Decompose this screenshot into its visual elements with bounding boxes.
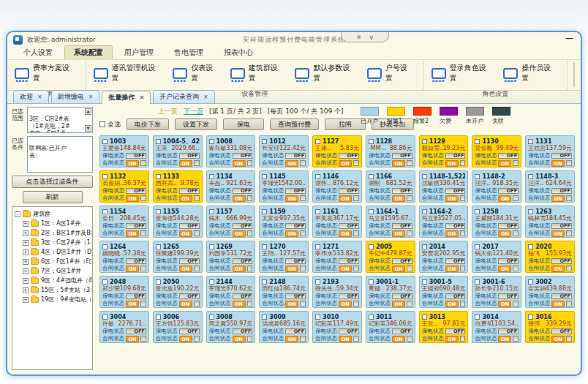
card-checkbox[interactable] xyxy=(262,209,267,214)
card-checkbox[interactable] xyxy=(369,139,374,144)
meter-card[interactable]: 1161 平美花 367.17元 保电状态 OFF 合闸状态 ON xyxy=(312,206,362,238)
menu-item[interactable]: 系统配置 xyxy=(64,45,113,59)
card-checkbox[interactable] xyxy=(528,174,533,179)
card-checkbox[interactable] xyxy=(369,244,374,249)
ribbon-button[interactable]: 默认参数设置 xyxy=(290,61,363,89)
card-checkbox[interactable] xyxy=(262,174,267,179)
action-button[interactable]: 查询预付费 xyxy=(270,118,319,130)
meter-card[interactable]: 3002 金芙娟 439.88元 保电状态 OFF 合闸状态 ON xyxy=(525,276,575,308)
card-checkbox[interactable] xyxy=(315,209,320,214)
refresh-button[interactable]: 刷新 xyxy=(23,191,83,203)
menu-item[interactable]: 售电管理 xyxy=(165,46,212,59)
card-checkbox[interactable] xyxy=(209,315,214,320)
ribbon-button[interactable]: 建筑群设置 xyxy=(226,61,291,89)
tree-node[interactable]: 6区：F区1#井（F区1#… xyxy=(15,257,91,266)
card-checkbox[interactable] xyxy=(209,209,214,214)
card-checkbox[interactable] xyxy=(262,139,267,144)
menu-item[interactable]: 用户管理 xyxy=(116,46,162,59)
ribbon-button[interactable]: 仪表设置 xyxy=(168,61,226,89)
card-checkbox[interactable] xyxy=(156,315,161,320)
meter-card[interactable]: 1164-2 马立新 3527.05.. 保电状态 OFF 合闸状态 ON xyxy=(419,206,469,238)
meter-card[interactable]: 1269 刘国争 531.72元 保电状态 OFF 合闸状态 ON xyxy=(206,241,256,273)
card-checkbox[interactable] xyxy=(475,174,480,179)
card-checkbox[interactable] xyxy=(262,315,267,320)
action-button[interactable]: 设置下发 xyxy=(175,118,217,130)
meter-card[interactable]: 3001-1 黄穗 238.37元 保电状态 OFF 合闸状态 ON xyxy=(366,276,415,308)
tab-close-icon[interactable]: × xyxy=(88,94,94,100)
tree-node[interactable]: 7区：G区1#井 xyxy=(15,266,91,276)
collapse-icon[interactable]: ∨ xyxy=(369,34,374,41)
meter-card[interactable]: 1012 长宝仔.. 122.42元 保电状态 OFF 合闸状态 ON xyxy=(259,135,309,167)
card-checkbox[interactable] xyxy=(262,244,267,249)
expand-node-icon[interactable] xyxy=(23,221,29,227)
meter-card[interactable]: 3014 仇费华 1103.54.. 保电状态 OFF 合闸状态 ON xyxy=(472,311,521,343)
tree-node[interactable]: 4区：D区1#井（D区1… xyxy=(15,247,91,257)
card-checkbox[interactable] xyxy=(422,244,427,249)
meter-card[interactable]: 3004 许敏 2276.71.. 保电状态 OFF 合闸状态 ON xyxy=(99,311,149,343)
select-all-checkbox[interactable] xyxy=(99,121,105,127)
skin-icon[interactable]: ✳ xyxy=(356,34,362,41)
card-checkbox[interactable] xyxy=(369,174,374,179)
meter-card[interactable]: 3011 纪彩英 346.06元 保电状态 OFF 合闸状态 ON xyxy=(366,311,415,343)
collapse-node-icon[interactable] xyxy=(15,211,20,217)
expand-node-icon[interactable] xyxy=(23,259,29,265)
action-button[interactable]: 拉闸 xyxy=(325,118,366,130)
document-tab[interactable]: 欢迎 × xyxy=(13,90,49,103)
card-checkbox[interactable] xyxy=(209,139,214,144)
card-checkbox[interactable] xyxy=(156,279,161,285)
card-checkbox[interactable] xyxy=(315,279,320,285)
ribbon-button[interactable]: 通讯管理机设置 xyxy=(89,61,169,89)
meter-card[interactable]: 1265 张聚娜 199.39元 保电状态 OFF 合闸状态 ON xyxy=(153,241,203,273)
card-checkbox[interactable] xyxy=(422,174,427,179)
tab-close-icon[interactable]: × xyxy=(139,94,144,101)
tree-root-node[interactable]: 建筑群 xyxy=(15,209,91,219)
card-checkbox[interactable] xyxy=(102,139,108,144)
tree-node[interactable]: 2区：B区1#井及B区1#… xyxy=(15,228,91,238)
meter-card[interactable]: 3001-5 王摄府 690.48元 保电状态 OFF 合闸状态 ON xyxy=(419,276,469,308)
card-checkbox[interactable] xyxy=(262,279,267,285)
card-checkbox[interactable] xyxy=(315,139,320,144)
card-checkbox[interactable] xyxy=(102,209,108,214)
selected-range-box[interactable]: 3区：C区2#表 （1#充电，2# 充电，C区1# ▲ ▼ xyxy=(27,107,93,133)
meter-card[interactable]: 3010 纪彩英.. 117.49元 保电状态 OFF 合闸状态 ON xyxy=(312,311,362,343)
expand-node-icon[interactable] xyxy=(23,278,29,284)
card-checkbox[interactable] xyxy=(369,279,374,285)
meter-card[interactable]: 2020 桂飞 155.93元 保电状态 OFF 合闸状态 ON xyxy=(525,241,575,273)
card-checkbox[interactable] xyxy=(102,244,108,249)
meter-card[interactable]: 1003 王爱春 148.84元 保电状态 OFF 合闸状态 ON xyxy=(99,135,149,167)
document-tab[interactable]: 新增缴电 × xyxy=(51,90,100,103)
meter-card[interactable]: 3016 徐珂 339.29元 保电状态 OFF 合闸状态 ON xyxy=(525,311,575,343)
card-checkbox[interactable] xyxy=(315,174,320,179)
expand-node-icon[interactable] xyxy=(23,287,29,293)
meter-card[interactable]: 2005 牛记中 479.87元 保电状态 OFF 合闸状态 ON xyxy=(366,241,415,273)
tree-node[interactable]: 15区：5#支站（3#支… xyxy=(15,285,91,295)
selected-condition-box[interactable]: 联网表:已开户 表: xyxy=(27,136,93,173)
meter-card[interactable]: 1263 钱林雪.. 184.45元 保电状态 OFF 合闸状态 ON xyxy=(525,206,575,238)
meter-card[interactable]: 1264 姚晓晓.. 57.38元 保电状态 OFF 合闸状态 ON xyxy=(99,241,149,273)
expand-node-icon[interactable] xyxy=(23,230,29,236)
tab-close-icon[interactable]: × xyxy=(37,94,42,100)
meter-card[interactable]: 1148-3 汪洋.. 624.64元 保电状态 OFF 合闸状态 ON xyxy=(525,170,575,203)
meter-card[interactable]: 1132 石俊娟.. 36.37元 保电状态 OFF 合闸状态 ON xyxy=(99,170,149,203)
card-checkbox[interactable] xyxy=(315,315,320,320)
meter-card[interactable]: 3009 洪成君 685.16元 保电状态 OFF 合闸状态 ON xyxy=(259,311,309,343)
card-checkbox[interactable] xyxy=(102,174,108,179)
card-checkbox[interactable] xyxy=(156,244,161,249)
card-checkbox[interactable] xyxy=(475,209,480,214)
prev-page-link[interactable]: 上一页 xyxy=(158,107,178,116)
document-tab[interactable]: 开户记录查询 × xyxy=(153,90,215,103)
meter-card[interactable]: 3008 周之翼 550.97元 保电状态 OFF 合闸状态 ON xyxy=(206,311,256,343)
card-checkbox[interactable] xyxy=(369,209,374,214)
ribbon-button[interactable]: 操作员设置 xyxy=(499,61,564,89)
scroll-up-icon[interactable]: ▲ xyxy=(85,108,91,115)
card-checkbox[interactable] xyxy=(102,315,108,320)
meter-card[interactable]: 3001-6 孙长争.. 210.15元 保电状态 OFF 合闸状态 ON xyxy=(472,276,521,308)
expand-node-icon[interactable] xyxy=(23,240,29,246)
card-checkbox[interactable] xyxy=(475,279,480,285)
card-checkbox[interactable] xyxy=(102,279,108,285)
card-checkbox[interactable] xyxy=(528,209,533,214)
meter-card[interactable]: 1258 王威丽.. 184.31元 保电状态 OFF 合闸状态 ON xyxy=(472,206,521,238)
meter-card[interactable]: 1157 钱木 666.99元 保电状态 OFF 合闸状态 ON xyxy=(206,206,256,238)
tree-node[interactable]: 19区：9#变电站（2#… xyxy=(15,295,91,304)
meter-card[interactable]: 1008 青岛敏.. 331.08元 保电状态 OFF 合闸状态 ON xyxy=(206,135,256,167)
